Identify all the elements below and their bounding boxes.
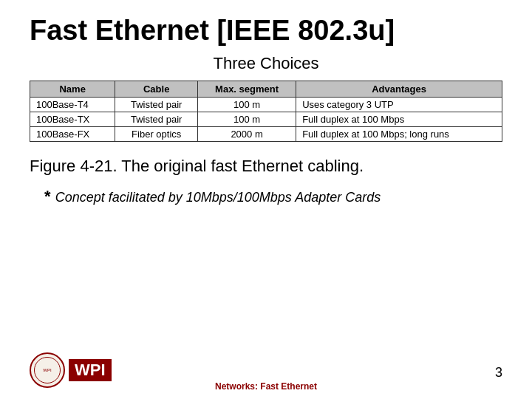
table-header-row: Name Cable Max. segment Advantages: [30, 81, 502, 98]
col-cable: Cable: [115, 81, 198, 98]
footer: WPI WPI Networks: Fast Ethernet 3: [0, 381, 532, 392]
col-advantages: Advantages: [296, 81, 502, 98]
footer-logo: WPI WPI: [30, 352, 112, 388]
figure-caption: Figure 4-21. The original fast Ethernet …: [30, 157, 502, 176]
table-cell: 100 m: [198, 98, 296, 112]
table-cell: 100Base-FX: [30, 127, 115, 142]
table-cell: Full duplex at 100 Mbps: [296, 112, 502, 127]
wpi-seal: WPI: [30, 352, 65, 388]
table-cell: 2000 m: [198, 127, 296, 142]
slide-container: Fast Ethernet [IEEE 802.3u] Three Choice…: [0, 0, 532, 399]
table-row: 100Base-T4Twisted pair100 mUses category…: [30, 98, 502, 112]
table-cell: 100Base-T4: [30, 98, 115, 112]
wpi-badge: WPI: [69, 359, 112, 381]
footer-center-text: Networks: Fast Ethernet: [215, 381, 317, 392]
concept-note-text: Concept facilitated by 10Mbps/100Mbps Ad…: [55, 190, 381, 205]
asterisk: *: [44, 187, 55, 205]
table-cell: 100 m: [198, 112, 296, 127]
col-max-segment: Max. segment: [198, 81, 296, 98]
footer-page-number: 3: [495, 365, 502, 381]
wpi-inner-circle: WPI: [34, 357, 61, 383]
table-cell: Uses category 3 UTP: [296, 98, 502, 112]
table-row: 100Base-TXTwisted pair100 mFull duplex a…: [30, 112, 502, 127]
table-cell: Full duplex at 100 Mbps; long runs: [296, 127, 502, 142]
table-wrapper: Name Cable Max. segment Advantages 100Ba…: [30, 81, 502, 142]
subtitle: Three Choices: [30, 54, 502, 73]
main-title: Fast Ethernet [IEEE 802.3u]: [30, 15, 502, 47]
table-cell: Twisted pair: [115, 98, 198, 112]
table-cell: 100Base-TX: [30, 112, 115, 127]
table-cell: Twisted pair: [115, 112, 198, 127]
table-cell: Fiber optics: [115, 127, 198, 142]
table-row: 100Base-FXFiber optics2000 mFull duplex …: [30, 127, 502, 142]
col-name: Name: [30, 81, 115, 98]
concept-note: * Concept facilitated by 10Mbps/100Mbps …: [44, 187, 502, 206]
data-table: Name Cable Max. segment Advantages 100Ba…: [30, 81, 502, 142]
